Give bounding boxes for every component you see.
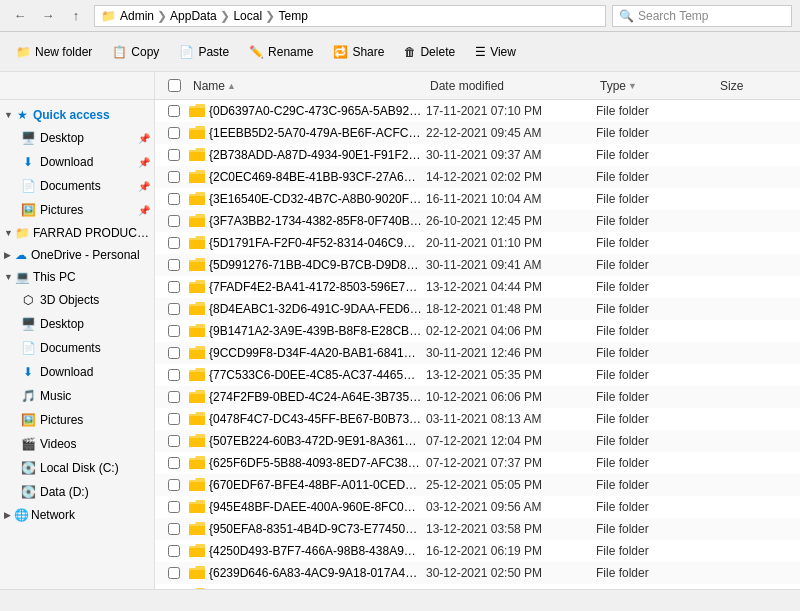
column-size[interactable]: Size: [716, 79, 796, 93]
sidebar-item-localc[interactable]: 💽 Local Disk (C:): [0, 456, 154, 480]
new-folder-button[interactable]: 📁 New folder: [8, 36, 100, 68]
file-type: File folder: [596, 236, 716, 250]
table-row[interactable]: {625F6DF5-5B88-4093-8ED7-AFC387F9... 07-…: [155, 452, 800, 474]
table-row[interactable]: {3F7A3BB2-1734-4382-85F8-0F740B71... 26-…: [155, 210, 800, 232]
table-row[interactable]: {77C533C6-D0EE-4C85-AC37-4465B1B... 13-1…: [155, 364, 800, 386]
folder-icon: [189, 168, 207, 186]
row-checkbox[interactable]: [159, 259, 189, 271]
file-type: File folder: [596, 434, 716, 448]
row-checkbox[interactable]: [159, 149, 189, 161]
file-name: {4250D493-B7F7-466A-98B8-438A9C4...: [209, 544, 426, 558]
row-checkbox[interactable]: [159, 171, 189, 183]
delete-button[interactable]: 🗑 Delete: [396, 36, 463, 68]
sidebar-item-documents1[interactable]: 📄 Documents 📌: [0, 174, 154, 198]
file-name: {1EEBB5D2-5A70-479A-BE6F-ACFC06F...: [209, 126, 426, 140]
row-checkbox[interactable]: [159, 281, 189, 293]
file-name: {274F2FB9-0BED-4C24-A64E-3B7356B5...: [209, 390, 426, 404]
forward-button[interactable]: →: [36, 4, 60, 28]
row-checkbox[interactable]: [159, 391, 189, 403]
thispc-header[interactable]: ▼ 💻 This PC: [0, 266, 154, 288]
row-checkbox[interactable]: [159, 523, 189, 535]
row-checkbox[interactable]: [159, 567, 189, 579]
table-row[interactable]: {2B738ADD-A87D-4934-90E1-F91F226... 30-1…: [155, 144, 800, 166]
table-row[interactable]: {950EFA8-8351-4B4D-9C73-E77450D3... 13-1…: [155, 518, 800, 540]
network-header[interactable]: ▶ 🌐 Network: [0, 504, 154, 526]
row-checkbox[interactable]: [159, 501, 189, 513]
table-row[interactable]: {670EDF67-BFE4-48BF-A011-0CED9B4... 25-1…: [155, 474, 800, 496]
file-type: File folder: [596, 192, 716, 206]
sidebar-item-documents2[interactable]: 📄 Documents: [0, 336, 154, 360]
sidebar-item-desktop2[interactable]: 🖥️ Desktop: [0, 312, 154, 336]
table-row[interactable]: {0D6397A0-C29C-473C-965A-5AB92FF... 17-1…: [155, 100, 800, 122]
folder-icon: [189, 498, 207, 516]
address-bar[interactable]: 📁 Admin ❯ AppData ❯ Local ❯ Temp: [94, 5, 606, 27]
folder-icon: [189, 344, 207, 362]
sidebar-item-videos[interactable]: 🎬 Videos: [0, 432, 154, 456]
row-checkbox[interactable]: [159, 479, 189, 491]
table-row[interactable]: {8D4EABC1-32D6-491C-9DAA-FED6C6... 18-12…: [155, 298, 800, 320]
table-row[interactable]: {2C0EC469-84BE-41BB-93CF-27A6F4E... 14-1…: [155, 166, 800, 188]
table-row[interactable]: {507EB224-60B3-472D-9E91-8A361C6F... 07-…: [155, 430, 800, 452]
column-headers: Name ▲ Date modified Type ▼ Size: [155, 72, 800, 100]
file-type: File folder: [596, 544, 716, 558]
row-checkbox[interactable]: [159, 105, 189, 117]
paste-icon: 📄: [179, 45, 194, 59]
sidebar-item-download1[interactable]: ⬇ Download 📌: [0, 150, 154, 174]
row-checkbox[interactable]: [159, 127, 189, 139]
up-button[interactable]: ↑: [64, 4, 88, 28]
table-row[interactable]: {6239D646-6A83-4AC9-9A18-017A433... 30-1…: [155, 562, 800, 584]
share-button[interactable]: 🔁 Share: [325, 36, 392, 68]
column-name[interactable]: Name ▲: [189, 79, 426, 93]
file-type: File folder: [596, 302, 716, 316]
quick-access-header[interactable]: ▼ ★ Quick access: [0, 104, 154, 126]
file-type: File folder: [596, 368, 716, 382]
row-checkbox[interactable]: [159, 457, 189, 469]
status-bar: [0, 589, 800, 611]
row-checkbox[interactable]: [159, 303, 189, 315]
file-name: {8D4EABC1-32D6-491C-9DAA-FED6C6...: [209, 302, 426, 316]
header-checkbox[interactable]: [159, 79, 189, 92]
column-date[interactable]: Date modified: [426, 79, 596, 93]
table-row[interactable]: {9CCD99F8-D34F-4A20-BAB1-6841C51... 30-1…: [155, 342, 800, 364]
paste-button[interactable]: 📄 Paste: [171, 36, 237, 68]
select-all-checkbox[interactable]: [168, 79, 181, 92]
row-checkbox[interactable]: [159, 413, 189, 425]
onedrive-header[interactable]: ▶ ☁ OneDrive - Personal: [0, 244, 154, 266]
column-type[interactable]: Type ▼: [596, 79, 716, 93]
row-checkbox[interactable]: [159, 193, 189, 205]
row-checkbox[interactable]: [159, 369, 189, 381]
row-checkbox[interactable]: [159, 435, 189, 447]
table-row[interactable]: {945E48BF-DAEE-400A-960E-8FC0C5F... 03-1…: [155, 496, 800, 518]
main-area: ▼ ★ Quick access 🖥️ Desktop 📌 ⬇ Download…: [0, 100, 800, 589]
table-row[interactable]: {0478F4C7-DC43-45FF-BE67-B0B735D... 03-1…: [155, 408, 800, 430]
sidebar-item-pictures2[interactable]: 🖼️ Pictures: [0, 408, 154, 432]
back-button[interactable]: ←: [8, 4, 32, 28]
sidebar-item-pictures1[interactable]: 🖼️ Pictures 📌: [0, 198, 154, 222]
farrad-header[interactable]: ▼ 📁 FARRAD PRODUCTION: [0, 222, 154, 244]
svg-rect-37: [189, 504, 205, 513]
row-checkbox[interactable]: [159, 237, 189, 249]
table-row[interactable]: {3E16540E-CD32-4B7C-A8B0-9020F65... 16-1…: [155, 188, 800, 210]
table-row[interactable]: {9B1471A2-3A9E-439B-B8F8-E28CBA4... 02-1…: [155, 320, 800, 342]
table-row[interactable]: {5D1791FA-F2F0-4F52-8314-046C9C8D... 20-…: [155, 232, 800, 254]
row-checkbox[interactable]: [159, 325, 189, 337]
sidebar-item-datad[interactable]: 💽 Data (D:): [0, 480, 154, 504]
table-row[interactable]: {4250D493-B7F7-466A-98B8-438A9C4... 16-1…: [155, 540, 800, 562]
sidebar-item-3dobjects[interactable]: ⬡ 3D Objects: [0, 288, 154, 312]
rename-button[interactable]: ✏️ Rename: [241, 36, 321, 68]
sidebar-label-download2: Download: [40, 365, 93, 379]
table-row[interactable]: {274F2FB9-0BED-4C24-A64E-3B7356B5... 10-…: [155, 386, 800, 408]
table-row[interactable]: {1EEBB5D2-5A70-479A-BE6F-ACFC06F... 22-1…: [155, 122, 800, 144]
view-button[interactable]: ☰ View: [467, 36, 524, 68]
row-checkbox[interactable]: [159, 215, 189, 227]
search-bar[interactable]: 🔍 Search Temp: [612, 5, 792, 27]
row-checkbox[interactable]: [159, 545, 189, 557]
copy-button[interactable]: 📋 Copy: [104, 36, 167, 68]
folder-icon: [189, 366, 207, 384]
table-row[interactable]: {7FADF4E2-BA41-4172-8503-596E7978... 13-…: [155, 276, 800, 298]
sidebar-item-music[interactable]: 🎵 Music: [0, 384, 154, 408]
row-checkbox[interactable]: [159, 347, 189, 359]
sidebar-item-download2[interactable]: ⬇ Download: [0, 360, 154, 384]
table-row[interactable]: {5D991276-71BB-4DC9-B7CB-D9D8BD... 30-11…: [155, 254, 800, 276]
sidebar-item-desktop1[interactable]: 🖥️ Desktop 📌: [0, 126, 154, 150]
